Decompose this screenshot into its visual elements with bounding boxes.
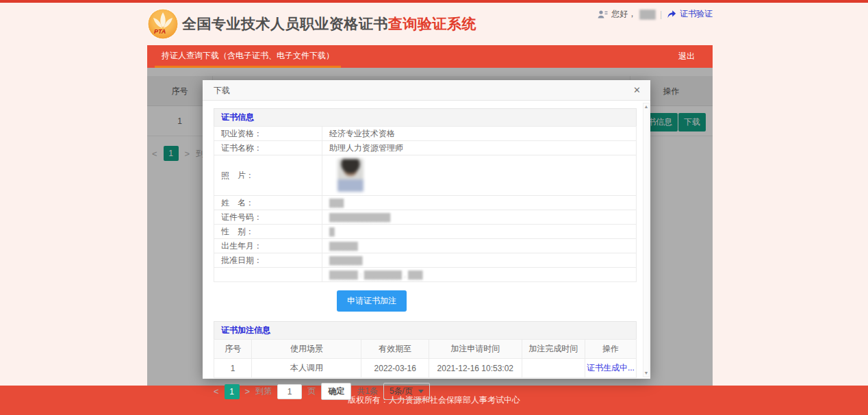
page-size-value: 5条/页 — [390, 386, 413, 397]
modal-title: 下载 — [203, 80, 650, 101]
info-label: 性 别： — [214, 225, 322, 239]
modal-pagination: < 1 > 到第 页 确定 共1条 5条/页 — [214, 383, 637, 400]
user-icon — [598, 10, 608, 19]
info-value-redacted: █ — [322, 225, 637, 239]
certificate-info-table: 职业资格： 经济专业技术资格 证书名称： 助理人力资源管理师 照 片： 姓 名：… — [214, 126, 637, 282]
info-label — [214, 268, 322, 282]
logout-button[interactable]: 退出 — [661, 45, 713, 68]
table-row: 照 片： — [214, 155, 637, 196]
table-row: 出生年月： ██████ — [214, 239, 637, 253]
scrollbar-up-icon[interactable]: ▲ — [643, 104, 649, 110]
info-value-redacted: ███████ — [322, 253, 637, 268]
modal-body: 证书信息 职业资格： 经济专业技术资格 证书名称： 助理人力资源管理师 照 片： — [203, 101, 650, 379]
ann-cell-apply-time: 2021-12-16 10:53:02 — [429, 359, 522, 378]
download-modal: 下载 ✕ 证书信息 职业资格： 经济专业技术资格 证书名称： 助理人力资源管理师… — [203, 80, 650, 379]
user-area: 您好， ███ | 证书验证 — [598, 8, 713, 20]
modal-header: 下载 ✕ — [203, 80, 650, 101]
info-value-redacted: ██████：████████，███ — [322, 268, 637, 282]
info-value — [322, 155, 637, 196]
info-label: 姓 名： — [214, 196, 322, 210]
table-row: 姓 名： ███ — [214, 196, 637, 210]
info-label: 出生年月： — [214, 239, 322, 253]
table-row: 职业资格： 经济专业技术资格 — [214, 127, 637, 141]
modal-content: 证书信息 职业资格： 经济专业技术资格 证书名称： 助理人力资源管理师 照 片： — [214, 108, 637, 400]
info-value-redacted: ██████ — [322, 239, 637, 253]
info-label: 证书名称： — [214, 141, 322, 155]
prev-page-icon[interactable]: < — [214, 386, 219, 397]
table-row: 证书名称： 助理人力资源管理师 — [214, 141, 637, 155]
ann-cell-scene: 本人调用 — [252, 359, 361, 378]
chevron-down-icon — [418, 390, 424, 393]
table-row: 证件号码： █████████████ — [214, 210, 637, 225]
ann-header-apply-time: 加注申请时间 — [429, 340, 522, 359]
goto-prefix-label: 到第 — [255, 386, 272, 397]
modal-scrollbar[interactable]: ▲ ▼ — [643, 103, 650, 377]
ann-header-valid-until: 有效期至 — [361, 340, 429, 359]
info-label: 批准日期： — [214, 253, 322, 268]
table-row: 批准日期： ███████ — [214, 253, 637, 268]
share-arrow-icon — [667, 10, 676, 18]
goto-suffix-label: 页 — [307, 386, 316, 397]
cert-generating-link[interactable]: 证书生成中... — [587, 363, 635, 373]
current-page-button[interactable]: 1 — [225, 384, 240, 399]
brand: PTA 全国专业技术人员职业资格证书查询验证系统 — [147, 8, 476, 40]
section-title-cert-info: 证书信息 — [214, 108, 637, 127]
logo-pta-text: PTA — [154, 28, 166, 35]
ann-header-action: 操作 — [585, 340, 636, 359]
annotation-header-row: 序号 使用场景 有效期至 加注申请时间 加注完成时间 操作 — [214, 340, 637, 359]
ann-header-scene: 使用场景 — [252, 340, 361, 359]
ann-cell-finish-time — [522, 359, 585, 378]
ann-cell-seq: 1 — [214, 359, 252, 378]
certificate-photo — [337, 159, 363, 192]
site-header: PTA 全国专业技术人员职业资格证书查询验证系统 您好， ███ | 证书验证 — [147, 3, 713, 45]
next-page-icon[interactable]: > — [245, 386, 251, 397]
divider: | — [660, 10, 662, 19]
info-value: 助理人力资源管理师 — [322, 141, 637, 155]
info-label: 职业资格： — [214, 127, 322, 141]
page-title: 全国专业技术人员职业资格证书查询验证系统 — [182, 14, 476, 34]
table-row: 性 别： █ — [214, 225, 637, 239]
annotation-table: 序号 使用场景 有效期至 加注申请时间 加注完成时间 操作 1 本人调用 202… — [214, 339, 637, 378]
title-main: 全国专业技术人员职业资格证书 — [182, 16, 388, 32]
info-label: 证件号码： — [214, 210, 322, 225]
tab-holder-query-download[interactable]: 持证人查询下载（含电子证书、电子文件下载） — [155, 45, 341, 68]
ann-header-seq: 序号 — [214, 340, 252, 359]
section-title-annotation: 证书加注信息 — [214, 321, 637, 340]
info-value-redacted: █████████████ — [322, 210, 637, 225]
total-count-label: 共1条 — [357, 386, 378, 397]
ann-header-finish-time: 加注完成时间 — [522, 340, 585, 359]
info-label: 照 片： — [214, 155, 322, 196]
title-accent: 查询验证系统 — [388, 16, 476, 32]
info-value: 经济专业技术资格 — [322, 127, 637, 141]
close-icon[interactable]: ✕ — [633, 80, 641, 101]
info-value-redacted: ███ — [322, 196, 637, 210]
pta-logo-icon: PTA — [147, 8, 179, 40]
page-size-select[interactable]: 5条/页 — [383, 383, 430, 400]
certificate-verify-link[interactable]: 证书验证 — [680, 8, 713, 20]
scrollbar-down-icon[interactable]: ▼ — [643, 370, 649, 376]
table-row: ██████：████████，███ — [214, 268, 637, 282]
username-masked: ███ — [639, 10, 655, 19]
goto-page-input[interactable] — [277, 384, 302, 399]
navbar: 持证人查询下载（含电子证书、电子文件下载） 退出 — [147, 45, 713, 68]
greeting-text: 您好， — [611, 8, 636, 20]
ann-cell-valid-until: 2022-03-16 — [361, 359, 429, 378]
table-row: 1 本人调用 2022-03-16 2021-12-16 10:53:02 证书… — [214, 359, 637, 378]
confirm-button[interactable]: 确定 — [321, 383, 351, 400]
apply-annotation-button[interactable]: 申请证书加注 — [337, 290, 407, 312]
